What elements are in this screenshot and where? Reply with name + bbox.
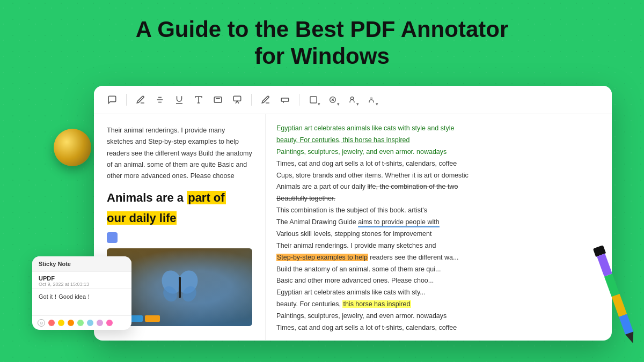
textbox-button[interactable] [209, 91, 226, 108]
butterfly-svg [158, 266, 201, 309]
sticky-note-footer: ⊙ [32, 315, 131, 330]
annotation-toolbar [94, 86, 612, 114]
pen-blue-section [619, 314, 633, 334]
right-panel: Egyptian art celebrates animals like cat… [266, 114, 612, 340]
sticky-note-user: UPDF [39, 275, 125, 282]
color-dot-blue[interactable] [87, 320, 93, 326]
highlight-button[interactable] [257, 91, 274, 108]
right-line-16: beauty. For centuries, this horse has in… [276, 299, 601, 311]
strikethrough-text-2: Beautifully together. [276, 195, 335, 202]
right-line-3: Paintings, sculptures, jewelry, and even… [276, 146, 601, 158]
comment-icon-inline [107, 232, 118, 243]
attachment-button[interactable] [363, 91, 380, 108]
sticky-note-timestamp: Oct 9, 2022 at 15:03:13 [39, 282, 125, 287]
heading-block: Animals are a part of our daily life [107, 190, 252, 228]
sticky-note-title: Sticky Note [39, 261, 125, 267]
heading-line1: Animals are a part of [107, 190, 252, 206]
color-dot-green[interactable] [77, 320, 84, 326]
strikethrough-button[interactable] [151, 91, 169, 108]
comment-button[interactable] [104, 91, 121, 108]
right-line-8: This combination is the subject of this … [276, 205, 601, 217]
pen-button[interactable] [132, 91, 149, 108]
right-line-5: Cups, store brands and other items. Whet… [276, 170, 601, 182]
callout-button[interactable] [229, 91, 246, 108]
right-line-18: Times, cat and dog art sells a lot of t-… [276, 322, 601, 334]
color-dot-red[interactable] [48, 320, 55, 326]
right-line-4: Times, cat and dog art sells a lot of t-… [276, 158, 601, 170]
color-dot-orange[interactable] [68, 320, 74, 326]
yellow-highlight-text: this horse has inspired [342, 300, 411, 308]
text-button[interactable] [190, 91, 207, 108]
right-line-12: Step-by-step examples to help readers se… [276, 252, 601, 264]
sticky-note-content: Got it！Good idea！ [39, 293, 92, 300]
sticky-note-user-section: UPDF Oct 9, 2022 at 15:03:13 [32, 272, 131, 289]
sticky-note-body: Got it！Good idea！ [32, 289, 131, 315]
right-line-15: Egyptian art celebrates animals like cat… [276, 287, 601, 299]
right-line-2: beauty. For centuries, this horse has in… [276, 135, 601, 146]
heading-highlight-1: part of [187, 191, 225, 204]
right-line-1: Egyptian art celebrates animals like cat… [276, 123, 601, 135]
right-line-6: Animals are a part of our daily life, th… [276, 181, 601, 193]
pen-tip [625, 331, 637, 344]
svg-point-12 [370, 97, 372, 100]
sticky-note-footer-icon: ⊙ [38, 319, 45, 327]
svg-rect-4 [214, 97, 222, 103]
pdf-content-area: Their animal renderings. I provide many … [94, 114, 612, 340]
divider-2 [251, 94, 252, 106]
right-line-7: Beautifully together. [276, 193, 601, 205]
svg-rect-9 [310, 97, 317, 103]
heading-line2: our daily life [107, 208, 252, 228]
eraser-button[interactable] [276, 91, 294, 108]
heading-icon-row [107, 232, 252, 243]
signature-button[interactable] [343, 91, 361, 108]
right-line-10: Various skill levels, stepping stones fo… [276, 228, 601, 240]
color-dot-purple[interactable] [97, 320, 103, 326]
color-dot-pink[interactable] [106, 320, 113, 326]
orange-highlight-text: Step-by-step examples to help [276, 254, 368, 261]
divider-1 [126, 94, 127, 106]
underline-button[interactable] [171, 91, 188, 108]
shape-button[interactable] [305, 91, 322, 108]
right-line-17: Paintings, sculptures, jewelry, and even… [276, 311, 601, 322]
golden-ball-decoration [54, 129, 91, 166]
sticky-note-header: Sticky Note [32, 256, 131, 272]
pen-green-section [604, 274, 620, 297]
orange-tube [145, 315, 160, 322]
pen-yellow-section [612, 294, 627, 317]
svg-rect-7 [281, 98, 289, 101]
right-line-11: Their animal renderings. I provide many … [276, 240, 601, 252]
right-line-13: Build the anatomy of an animal. some of … [276, 264, 601, 276]
stamp-button[interactable] [324, 91, 341, 108]
divider-3 [299, 94, 299, 106]
sticky-note-widget: Sticky Note UPDF Oct 9, 2022 at 15:03:13… [32, 256, 131, 330]
right-line-14: Basic and other more advanced ones. Plea… [276, 275, 601, 287]
strikethrough-text-1: life, the combination of the two [368, 183, 458, 190]
intro-paragraph: Their animal renderings. I provide many … [107, 125, 252, 182]
blue-underline-text: aims to provide people with [358, 218, 439, 227]
svg-rect-17 [179, 277, 181, 298]
right-line-9: The Animal Drawing Guide aims to provide… [276, 217, 601, 228]
heading-highlight-2: our daily life [107, 211, 177, 225]
color-dot-yellow[interactable] [58, 320, 64, 326]
page-title: A Guide to the Best PDF Annotator for Wi… [136, 16, 509, 70]
pen-purple-section [597, 254, 612, 277]
pdf-viewer-card: Their animal renderings. I provide many … [94, 86, 612, 341]
svg-point-11 [350, 97, 353, 100]
